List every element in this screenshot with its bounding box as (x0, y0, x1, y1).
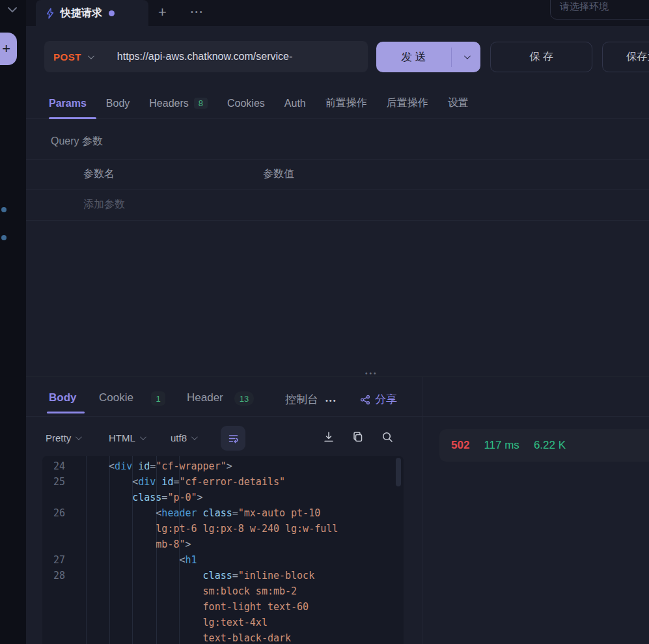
tab-title: 快捷请求 (61, 7, 102, 20)
params-table-header: 参数名 参数值 (26, 159, 649, 189)
column-param-value: 参数值 (263, 167, 294, 181)
environment-placeholder: 请选择环境 (560, 1, 609, 13)
code-row: 26<header class="mx-auto pt-10 (42, 505, 396, 521)
download-icon[interactable] (322, 430, 335, 443)
send-options-button[interactable] (452, 55, 480, 59)
code-row: text-black-dark (42, 630, 396, 644)
main-panel: POST https://api-aws.chatknow.com/servic… (26, 26, 649, 644)
chevron-down-icon[interactable] (88, 53, 94, 59)
response-vertical-divider[interactable] (422, 377, 422, 644)
plus-icon: + (2, 40, 10, 57)
code-rows: 24<div id="cf-wrapper">25<div id="cf-err… (42, 458, 396, 644)
unsaved-dot (109, 10, 115, 16)
copy-icon[interactable] (352, 430, 365, 443)
response-tab-console[interactable]: 控制台 (285, 392, 319, 408)
chevron-down-icon (140, 434, 146, 440)
code-row: 27<h1 (42, 552, 396, 568)
code-row: font-light text-60 (42, 599, 396, 615)
search-icon[interactable] (381, 430, 394, 443)
splitter-handle[interactable]: ••• (365, 370, 378, 377)
response-tab-body[interactable]: Body (49, 391, 77, 404)
word-wrap-icon (228, 433, 239, 444)
encoding-select[interactable]: utf8 (171, 432, 196, 443)
code-row: 24<div id="cf-wrapper"> (42, 458, 396, 474)
response-size: 6.22 K (534, 439, 566, 452)
share-button[interactable]: 分享 (360, 392, 397, 407)
url-input[interactable]: https://api-aws.chatknow.com/service- (117, 51, 292, 63)
code-row: 25<div id="cf-error-details" (42, 474, 396, 490)
tab-quick-request[interactable]: 快捷请求 (36, 0, 148, 26)
tab-settings[interactable]: 设置 (448, 96, 469, 110)
chevron-down-icon (191, 434, 198, 440)
code-row: lg:pt-6 lg:px-8 w-240 lg:w-full (42, 521, 396, 537)
rail-indicator-dot (1, 235, 7, 240)
response-tab-cookie[interactable]: Cookie (99, 391, 133, 404)
status-code: 502 (451, 439, 469, 452)
environment-select[interactable]: 请选择环境 (550, 0, 649, 20)
add-param-row[interactable]: 添加参数 (26, 189, 649, 221)
response-active-underline (47, 412, 85, 413)
new-tab-button[interactable]: + (158, 3, 167, 21)
send-button[interactable]: 发 送 (376, 42, 480, 72)
column-param-name: 参数名 (83, 167, 115, 181)
response-body-code[interactable]: 24<div id="cf-wrapper">25<div id="cf-err… (42, 456, 404, 644)
code-row: 28class="inline-block (42, 568, 396, 583)
query-params-title: Query 参数 (51, 135, 103, 148)
cookie-count-badge: 1 (151, 391, 165, 406)
header-count-badge: 13 (234, 391, 254, 406)
headers-count-badge: 8 (194, 98, 208, 109)
tab-post-operations[interactable]: 后置操作 (387, 96, 428, 110)
format-select[interactable]: Pretty (46, 432, 80, 443)
tab-headers[interactable]: Headers 8 (149, 98, 208, 109)
request-url-group: POST https://api-aws.chatknow.com/servic… (44, 41, 368, 72)
left-rail: + (0, 0, 26, 644)
tab-bar: 快捷请求 + ••• 请选择环境 (26, 0, 649, 26)
add-request-button[interactable]: + (0, 33, 17, 65)
method-select[interactable]: POST (53, 51, 81, 63)
code-row: class="p-0"> (42, 490, 396, 505)
code-row: sm:block sm:mb-2 (42, 583, 396, 599)
response-tabs-border (26, 416, 649, 417)
lightning-icon (45, 8, 55, 19)
tab-more-button[interactable]: ••• (191, 8, 204, 16)
active-tab-underline (49, 117, 96, 119)
tab-cookies[interactable]: Cookies (227, 98, 265, 109)
request-tabs: Params Body Headers 8 Cookies Auth 前置操作 … (26, 88, 649, 119)
response-tab-header[interactable]: Header (187, 391, 223, 404)
save-as-button[interactable]: 保存为 (602, 42, 649, 72)
share-icon (360, 395, 370, 405)
word-wrap-toggle[interactable] (221, 426, 245, 451)
tab-body[interactable]: Body (106, 98, 130, 109)
code-row: lg:text-4xl (42, 615, 396, 630)
language-select[interactable]: HTML (109, 432, 145, 443)
scrollbar-thumb[interactable] (396, 458, 401, 486)
chevron-down-icon[interactable] (7, 7, 18, 13)
response-more-button[interactable]: ••• (325, 397, 337, 404)
tab-pre-operations[interactable]: 前置操作 (325, 96, 367, 110)
tab-params[interactable]: Params (49, 98, 87, 109)
response-time: 117 ms (484, 439, 519, 452)
tab-auth[interactable]: Auth (284, 98, 306, 109)
splitter[interactable] (26, 376, 649, 377)
code-row: mb-8"> (42, 537, 396, 552)
save-button[interactable]: 保 存 (490, 42, 592, 72)
response-status-bar: 502 117 ms 6.22 K (439, 429, 649, 462)
rail-indicator-dot (1, 207, 7, 212)
chevron-down-icon (76, 434, 82, 440)
